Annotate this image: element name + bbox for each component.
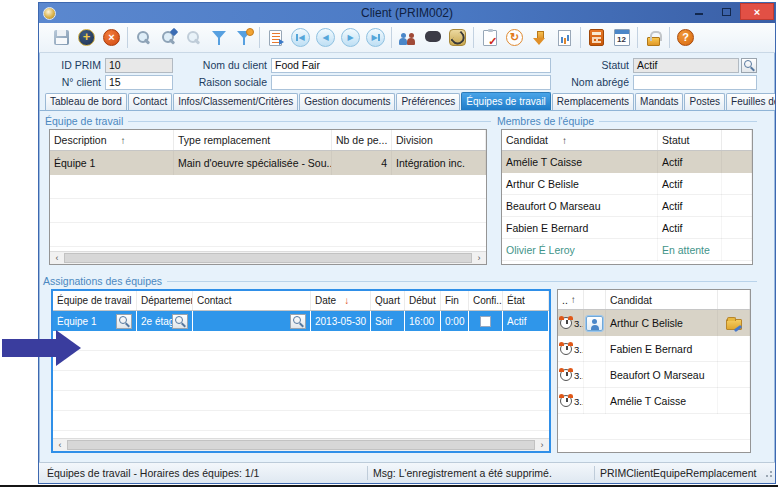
- close-button[interactable]: ×: [740, 3, 774, 20]
- column-header-candidat[interactable]: Candidat↑: [502, 130, 658, 150]
- column-header-date[interactable]: Date↓: [311, 291, 371, 310]
- table-row[interactable]: 3... Arthur C Belisle: [558, 310, 750, 336]
- column-header-division[interactable]: Division: [392, 130, 486, 150]
- tab-remplacements[interactable]: Remplacements: [552, 93, 634, 110]
- message-button[interactable]: [420, 25, 445, 50]
- nav-next-button[interactable]: ▶: [338, 25, 363, 50]
- scroll-left-button[interactable]: ‹: [53, 439, 67, 451]
- tab-mandats[interactable]: Mandats: [635, 93, 683, 110]
- column-header-debut[interactable]: Début: [405, 291, 441, 310]
- calendar-button[interactable]: 12: [609, 25, 634, 50]
- download-arrow-icon: [533, 30, 546, 46]
- tab-equipes-de-travail[interactable]: Équipes de travail: [461, 92, 551, 110]
- column-header-candidat[interactable]: Candidat: [606, 290, 718, 309]
- nom-du-client-field[interactable]: Food Fair: [271, 58, 551, 73]
- contacts-button[interactable]: [395, 25, 420, 50]
- column-header-time[interactable]: ..↑: [558, 290, 584, 309]
- phone-button[interactable]: [445, 25, 470, 50]
- table-row[interactable]: Arthur C Belisle Actif: [502, 173, 752, 195]
- nav-last-button[interactable]: ▶: [363, 25, 388, 50]
- tasks-button[interactable]: ✓: [477, 25, 502, 50]
- maximize-button[interactable]: [713, 3, 739, 20]
- table-row[interactable]: Fabien E Bernard Actif: [502, 217, 752, 239]
- tab-contact[interactable]: Contact: [128, 93, 172, 110]
- report-button[interactable]: [552, 25, 577, 50]
- nom-abrege-field[interactable]: [633, 75, 757, 90]
- minimize-button[interactable]: [686, 3, 712, 20]
- statut-lookup-button[interactable]: [741, 58, 757, 73]
- titlebar: Client (PRIM002) ×: [39, 3, 775, 23]
- column-header-type-remplacement[interactable]: Type remplacement: [174, 130, 332, 150]
- membres-table-body: Amélie T Caisse Actif Arthur C Belisle A…: [502, 151, 752, 264]
- help-icon: ?: [677, 29, 694, 46]
- column-header-confirme[interactable]: Confi...: [469, 291, 503, 310]
- column-header-equipe[interactable]: Équipe de travail: [53, 291, 137, 310]
- tab-infos-classement-criteres[interactable]: Infos/Classement/Critères: [173, 93, 298, 110]
- download-button[interactable]: [527, 25, 552, 50]
- filter-advanced-button[interactable]: [231, 25, 256, 50]
- statut-field[interactable]: Actif: [633, 58, 739, 73]
- delete-button[interactable]: ×: [99, 25, 124, 50]
- cell-division: Intégration inc.: [392, 151, 486, 175]
- cell-statut: Actif: [658, 151, 722, 173]
- column-header-departement[interactable]: Département: [137, 291, 193, 310]
- tab-preferences[interactable]: Préférences: [396, 93, 460, 110]
- search-edit-button[interactable]: [156, 25, 181, 50]
- magnifier-icon: [175, 316, 186, 327]
- tab-feuilles-de-temps[interactable]: Feuilles de temps: [726, 93, 775, 110]
- help-button[interactable]: ?: [673, 25, 698, 50]
- lock-button[interactable]: [641, 25, 666, 50]
- scroll-right-button[interactable]: ›: [472, 252, 486, 264]
- table-row[interactable]: Équipe 1 Main d'oeuvre spécialisée - Sou…: [50, 151, 486, 175]
- column-header-etat[interactable]: État: [503, 291, 549, 310]
- cell-statut: Actif: [658, 217, 722, 239]
- table-row[interactable]: 3... Beaufort O Marseau: [558, 362, 750, 388]
- column-header-action[interactable]: [584, 290, 606, 309]
- pencil-icon: [170, 28, 178, 36]
- search-clear-button[interactable]: [181, 25, 206, 50]
- assign-person-button[interactable]: [586, 316, 603, 331]
- calendar-icon: 12: [614, 29, 630, 46]
- statusbar-context: Équipes de travail - Horaires des équipe…: [39, 467, 367, 479]
- column-header-description[interactable]: Description↑: [50, 130, 174, 150]
- calculator-button[interactable]: [584, 25, 609, 50]
- refresh-button[interactable]: ↻: [502, 25, 527, 50]
- tab-postes[interactable]: Postes: [684, 93, 725, 110]
- form-view-button[interactable]: [263, 25, 288, 50]
- save-button[interactable]: [49, 25, 74, 50]
- table-row[interactable]: 3... Amélie T Caisse: [558, 388, 750, 414]
- tab-strip: Tableau de bord Contact Infos/Classement…: [39, 91, 775, 111]
- tab-tableau-de-bord[interactable]: Tableau de bord: [45, 93, 127, 110]
- column-header-quart[interactable]: Quart: [371, 291, 405, 310]
- toolbar-separator: [637, 27, 638, 48]
- confirme-checkbox[interactable]: [480, 316, 491, 327]
- search-button[interactable]: [131, 25, 156, 50]
- table-row[interactable]: Olivier É Leroy En attente: [502, 239, 752, 261]
- departement-lookup-button[interactable]: [172, 314, 188, 329]
- table-row[interactable]: Beaufort O Marseau Actif: [502, 195, 752, 217]
- column-header-statut[interactable]: Statut: [658, 130, 722, 150]
- no-client-field[interactable]: 15: [105, 75, 173, 90]
- scrollbar-thumb[interactable]: [67, 440, 535, 450]
- id-prim-field[interactable]: 10: [105, 58, 173, 73]
- candidats-assignes-table: ..↑ Candidat 3... Arthur C Belisle: [557, 289, 751, 453]
- equipe-lookup-button[interactable]: [116, 314, 132, 329]
- column-header-contact[interactable]: Contact: [193, 291, 311, 310]
- resize-grip[interactable]: [763, 468, 773, 478]
- table-row[interactable]: Amélie T Caisse Actif: [502, 151, 752, 173]
- scroll-left-button[interactable]: ‹: [50, 252, 64, 264]
- scrollbar-thumb[interactable]: [64, 253, 472, 263]
- table-row[interactable]: 3... Fabien E Bernard: [558, 336, 750, 362]
- column-header-fin[interactable]: Fin: [441, 291, 469, 310]
- add-button[interactable]: +: [74, 25, 99, 50]
- filter-button[interactable]: [206, 25, 231, 50]
- table-row-selected[interactable]: Équipe 1 2e étage 2013-05-30 Soir 16:00 …: [53, 311, 549, 331]
- column-header-nb-de-pe[interactable]: Nb de pe...: [332, 130, 392, 150]
- contact-lookup-button[interactable]: [290, 314, 306, 329]
- nav-previous-button[interactable]: ◀: [313, 25, 338, 50]
- scroll-right-button[interactable]: ›: [535, 439, 549, 451]
- raison-sociale-field[interactable]: [271, 75, 551, 90]
- tab-gestion-documents[interactable]: Gestion documents: [299, 93, 395, 110]
- nav-first-button[interactable]: ◀: [288, 25, 313, 50]
- folder-edit-icon[interactable]: [726, 319, 742, 330]
